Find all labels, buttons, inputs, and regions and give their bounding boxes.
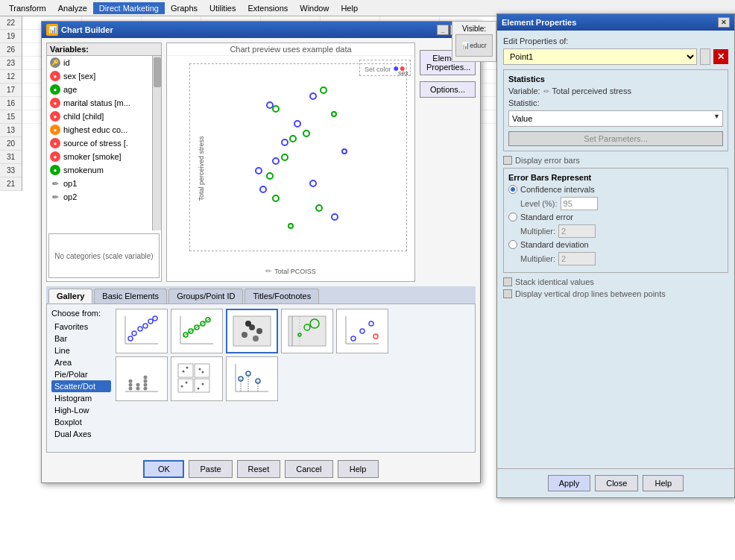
- svg-point-30: [351, 336, 356, 341]
- chart-builder-top: Variables: 🔑 id ● sex [sex] ●: [46, 43, 476, 282]
- variable-stress[interactable]: ● source of stress [.: [47, 136, 152, 150]
- clear-button[interactable]: ✕: [713, 49, 728, 64]
- standard-deviation-label: Standard deviation: [520, 240, 589, 249]
- tab-gallery[interactable]: Gallery: [48, 289, 92, 303]
- display-vertical-checkbox[interactable]: [503, 289, 512, 298]
- menu-transform[interactable]: Transform: [3, 2, 52, 14]
- scatter-dot: [281, 154, 288, 161]
- chart-type-line[interactable]: Line: [51, 345, 111, 356]
- tab-titles-footnotes[interactable]: Titles/Footnotes: [245, 289, 319, 303]
- variable-sex[interactable]: ● sex [sex]: [47, 69, 152, 83]
- minimize-button[interactable]: _: [437, 25, 449, 35]
- visible-icon[interactable]: 📊 educr: [455, 34, 493, 57]
- reset-button[interactable]: Reset: [237, 460, 281, 478]
- preview-panel: Chart preview uses example data Set colo…: [166, 43, 415, 282]
- thumbnail-grouped-scatter[interactable]: [336, 309, 388, 353]
- var-label: id: [63, 58, 70, 67]
- chart-builder-content: Variables: 🔑 id ● sex [sex] ●: [42, 38, 480, 482]
- chart-builder-titlebar: 📊 Chart Builder _ □ ✕: [42, 22, 480, 38]
- scatter-dot: [331, 213, 338, 221]
- confidence-radio[interactable]: [508, 185, 517, 194]
- thumbnail-simple-scatter[interactable]: [116, 309, 168, 353]
- multiplier2-input[interactable]: [558, 252, 596, 265]
- chart-type-scatter-dot[interactable]: Scatter/Dot: [51, 380, 111, 392]
- scatter-dot: [331, 111, 337, 117]
- row-num: 16: [0, 97, 22, 110]
- thumbnail-bubble-scatter[interactable]: [281, 309, 333, 353]
- display-error-bars-checkbox[interactable]: [503, 156, 512, 165]
- menu-utilities[interactable]: Utilities: [204, 2, 242, 14]
- paste-button[interactable]: Paste: [189, 460, 232, 478]
- set-parameters-button[interactable]: Set Parameters...: [508, 131, 723, 146]
- svg-point-35: [129, 387, 133, 391]
- options-button[interactable]: Options...: [420, 81, 476, 98]
- var-label: highest educ co...: [63, 125, 127, 134]
- x-axis-label: Total PCOISS: [274, 268, 316, 275]
- menu-extensions[interactable]: Extensions: [242, 2, 294, 14]
- chart-type-histogram[interactable]: Histogram: [51, 392, 111, 404]
- thumbnail-overlay-scatter[interactable]: [171, 309, 223, 353]
- var-label: smoker [smoke]: [63, 152, 122, 161]
- variable-child[interactable]: ● child [child]: [47, 110, 152, 123]
- svg-point-2: [128, 336, 133, 341]
- multiplier1-input[interactable]: [558, 224, 596, 238]
- edit-properties-dropdown[interactable]: Point1 X-Axis1 (Point1) Y-Axis1 (Point1)…: [503, 48, 697, 65]
- menu-analyze[interactable]: Analyze: [52, 2, 93, 14]
- var-label: op1: [63, 179, 77, 188]
- thumbnail-dot-plot[interactable]: [116, 356, 168, 401]
- variable-list: 🔑 id ● sex [sex] ● age ●: [47, 56, 152, 230]
- standard-deviation-radio[interactable]: [508, 240, 517, 249]
- menu-window[interactable]: Window: [294, 2, 335, 14]
- var-icon-ordinal: ●: [50, 125, 60, 135]
- display-error-bars-label: Display error bars: [515, 156, 580, 165]
- menu-graphs[interactable]: Graphs: [165, 2, 204, 14]
- var-icon-nominal: ●: [50, 138, 60, 148]
- svg-point-7: [153, 316, 157, 321]
- level-input[interactable]: [561, 197, 598, 210]
- variable-scrollbar[interactable]: [152, 56, 161, 230]
- scatter-dot: [341, 148, 347, 154]
- standard-deviation-row: Standard deviation: [508, 240, 723, 249]
- apply-button[interactable]: Apply: [548, 475, 591, 491]
- var-icon-scale: ●: [50, 165, 60, 175]
- thumbnail-row-2: [116, 356, 388, 401]
- help-button[interactable]: Help: [338, 460, 379, 478]
- thumbnail-3d-scatter[interactable]: [226, 309, 278, 353]
- variable-educ[interactable]: ● highest educ co...: [47, 123, 152, 136]
- variable-age[interactable]: ● age: [47, 83, 152, 96]
- variable-marital[interactable]: ● marital status [m...: [47, 96, 152, 110]
- ep-close-btn[interactable]: Close: [595, 475, 638, 491]
- variable-op2[interactable]: ✏ op2: [47, 190, 152, 204]
- scatter-plot-area: [189, 63, 407, 251]
- statistic-select[interactable]: Value Mean Median Count: [508, 110, 723, 127]
- chart-type-high-low[interactable]: High-Low: [51, 404, 111, 416]
- svg-point-55: [202, 383, 204, 386]
- thumbnail-drop-lines[interactable]: [226, 356, 278, 401]
- standard-error-radio[interactable]: [508, 213, 517, 221]
- tab-basic-elements[interactable]: Basic Elements: [94, 289, 167, 303]
- stack-identical-checkbox[interactable]: [503, 277, 512, 286]
- menu-help[interactable]: Help: [335, 2, 364, 14]
- variable-smokenum[interactable]: ● smokenum: [47, 163, 152, 177]
- ep-help-btn[interactable]: Help: [643, 475, 684, 491]
- chart-type-pie-polar[interactable]: Pie/Polar: [51, 368, 111, 380]
- ep-close-button[interactable]: ✕: [718, 17, 730, 28]
- variable-op1[interactable]: ✏ op1: [47, 177, 152, 190]
- multiplier2-row: Multiplier:: [520, 252, 723, 265]
- multiplier1-label: Multiplier:: [520, 227, 555, 236]
- chart-type-dual-axes[interactable]: Dual Axes: [51, 428, 111, 440]
- ok-button[interactable]: OK: [143, 460, 184, 478]
- chart-type-area[interactable]: Area: [51, 356, 111, 368]
- variable-id[interactable]: 🔑 id: [47, 56, 152, 69]
- chart-type-bar[interactable]: Bar: [51, 333, 111, 345]
- cancel-button[interactable]: Cancel: [285, 460, 332, 478]
- chart-type-favorites[interactable]: Favorites: [51, 321, 111, 333]
- var-icon-nominal: ●: [50, 98, 60, 108]
- svg-point-52: [181, 386, 183, 388]
- svg-point-36: [129, 383, 133, 387]
- menu-direct-marketing[interactable]: Direct Marketing: [93, 2, 165, 14]
- chart-type-boxplot[interactable]: Boxplot: [51, 416, 111, 428]
- thumbnail-matrix-scatter[interactable]: [171, 356, 223, 401]
- tab-groups-point-id[interactable]: Groups/Point ID: [168, 289, 243, 303]
- variable-smoker[interactable]: ● smoker [smoke]: [47, 150, 152, 163]
